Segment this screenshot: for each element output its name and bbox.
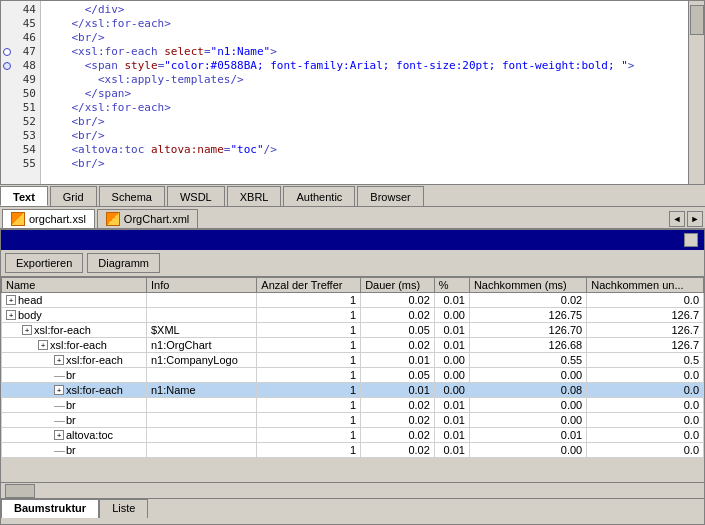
data-cell: 0.01 — [361, 353, 435, 368]
btn-diagramm[interactable]: Diagramm — [87, 253, 160, 273]
data-cell: 0.0 — [587, 398, 704, 413]
expand-icon[interactable]: + — [54, 430, 64, 440]
table-row[interactable]: +altova:toc10.020.010.010.0 — [2, 428, 704, 443]
bottom-tab-liste[interactable]: Liste — [99, 499, 148, 518]
horizontal-scrollbar[interactable] — [1, 482, 704, 498]
node-name: xsl:for-each — [66, 384, 123, 396]
table-body: +head10.020.010.020.0+body10.020.00126.7… — [2, 293, 704, 458]
tab-schema[interactable]: Schema — [99, 186, 165, 206]
bottom-tab-baumstruktur[interactable]: Baumstruktur — [1, 499, 99, 518]
table-row[interactable]: —br10.020.010.000.0 — [2, 413, 704, 428]
node-name: br — [66, 369, 76, 381]
code-line: <xsl:apply-templates/> — [45, 73, 684, 87]
table-row[interactable]: +xsl:for-eachn1:CompanyLogo10.010.000.55… — [2, 353, 704, 368]
node-name: xsl:for-each — [50, 339, 107, 351]
data-cell: 1 — [257, 293, 361, 308]
tab-xbrl[interactable]: XBRL — [227, 186, 282, 206]
vertical-scrollbar[interactable] — [688, 1, 704, 184]
expand-icon[interactable]: + — [6, 295, 16, 305]
data-cell: 1 — [257, 368, 361, 383]
btn-exportieren[interactable]: Exportieren — [5, 253, 83, 273]
expand-icon[interactable]: + — [54, 385, 64, 395]
data-cell — [146, 293, 256, 308]
node-name: head — [18, 294, 42, 306]
table-row[interactable]: +body10.020.00126.75126.7 — [2, 308, 704, 323]
data-cell: 0.0 — [587, 428, 704, 443]
data-cell: 126.75 — [469, 308, 586, 323]
expand-icon[interactable]: + — [22, 325, 32, 335]
col-nachkommen--ms-: Nachkommen (ms) — [469, 278, 586, 293]
tabs-bar: TextGridSchemaWSDLXBRLAuthenticBrowser — [0, 185, 705, 207]
nav-next[interactable]: ► — [687, 211, 703, 227]
table-row[interactable]: —br10.020.010.000.0 — [2, 398, 704, 413]
tab-browser[interactable]: Browser — [357, 186, 423, 206]
data-cell: 1 — [257, 443, 361, 458]
data-cell: 1 — [257, 308, 361, 323]
data-cell: 0.01 — [434, 428, 469, 443]
code-line: <br/> — [45, 115, 684, 129]
code-line: </xsl:for-each> — [45, 101, 684, 115]
data-cell: 0.00 — [434, 383, 469, 398]
data-cell — [146, 368, 256, 383]
tree-dash: — — [54, 399, 64, 411]
data-cell: 0.01 — [434, 338, 469, 353]
col-anzal-der-treffer: Anzal der Treffer — [257, 278, 361, 293]
table-row[interactable]: —br10.050.000.000.0 — [2, 368, 704, 383]
data-cell — [146, 443, 256, 458]
main-container: 444546474849505152535455 </div> </xsl:fo… — [0, 0, 705, 525]
tab-text[interactable]: Text — [0, 186, 48, 206]
col-info: Info — [146, 278, 256, 293]
node-name: br — [66, 414, 76, 426]
line-number: 52 — [1, 115, 40, 129]
panel-toolbar: ExportierenDiagramm — [1, 250, 704, 277]
line-number: 51 — [1, 101, 40, 115]
table-row[interactable]: —br10.020.010.000.0 — [2, 443, 704, 458]
file-tab-OrgChart-xml[interactable]: OrgChart.xml — [97, 209, 198, 229]
file-icon — [11, 212, 25, 226]
line-number: 53 — [1, 129, 40, 143]
data-cell: 0.02 — [361, 293, 435, 308]
tab-authentic[interactable]: Authentic — [283, 186, 355, 206]
node-name: xsl:for-each — [34, 324, 91, 336]
data-cell: 0.01 — [469, 428, 586, 443]
expand-icon[interactable]: + — [54, 355, 64, 365]
line-number: 47 — [1, 45, 40, 59]
code-content[interactable]: </div> </xsl:for-each> <br/> <xsl:for-ea… — [41, 1, 688, 184]
file-icon — [106, 212, 120, 226]
table-header: NameInfoAnzal der TrefferDauer (ms)%Nach… — [2, 278, 704, 293]
tab-wsdl[interactable]: WSDL — [167, 186, 225, 206]
line-number: 54 — [1, 143, 40, 157]
nav-prev[interactable]: ◄ — [669, 211, 685, 227]
code-line: <altova:toc altova:name="toc"/> — [45, 143, 684, 157]
data-cell: 0.01 — [434, 323, 469, 338]
data-cell: 0.02 — [469, 293, 586, 308]
data-cell: n1:Name — [146, 383, 256, 398]
data-cell: 0.0 — [587, 368, 704, 383]
scrollbar-thumb[interactable] — [690, 5, 704, 35]
tree-name-cell: +xsl:for-each — [2, 338, 147, 353]
tab-grid[interactable]: Grid — [50, 186, 97, 206]
tree-name-cell: —br — [2, 368, 147, 383]
file-tab-orgchart-xsl[interactable]: orgchart.xsl — [2, 209, 95, 229]
tree-dash: — — [54, 369, 64, 381]
data-cell: 0.00 — [469, 368, 586, 383]
scrollbar-h-thumb[interactable] — [5, 484, 35, 498]
data-cell: 0.01 — [434, 293, 469, 308]
data-cell: 1 — [257, 338, 361, 353]
line-number: 55 — [1, 157, 40, 171]
expand-icon[interactable]: + — [38, 340, 48, 350]
expand-icon[interactable]: + — [6, 310, 16, 320]
data-cell: $XML — [146, 323, 256, 338]
table-row[interactable]: +head10.020.010.020.0 — [2, 293, 704, 308]
data-cell: 1 — [257, 413, 361, 428]
data-cell — [146, 413, 256, 428]
table-row[interactable]: +xsl:for-eachn1:OrgChart10.020.01126.681… — [2, 338, 704, 353]
table-row[interactable]: +xsl:for-eachn1:Name10.010.000.080.0 — [2, 383, 704, 398]
data-cell: 0.02 — [361, 308, 435, 323]
node-name: body — [18, 309, 42, 321]
table-row[interactable]: +xsl:for-each$XML10.050.01126.70126.7 — [2, 323, 704, 338]
line-number: 45 — [1, 17, 40, 31]
close-button[interactable] — [684, 233, 698, 247]
table-container[interactable]: NameInfoAnzal der TrefferDauer (ms)%Nach… — [1, 277, 704, 482]
data-cell: 126.7 — [587, 308, 704, 323]
